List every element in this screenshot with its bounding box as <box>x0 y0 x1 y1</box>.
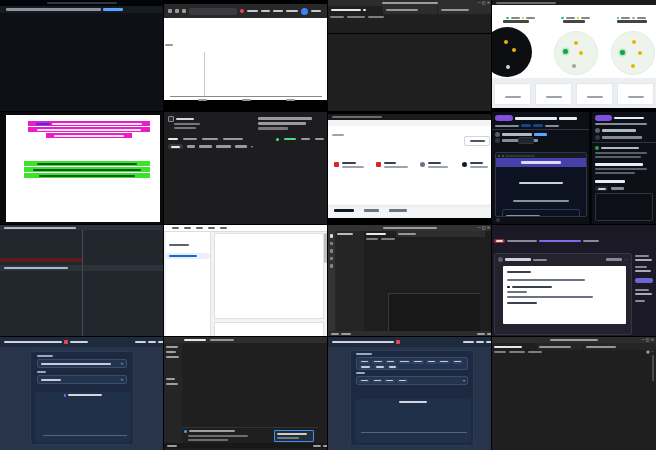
chip[interactable] <box>384 379 395 383</box>
sidebar-button[interactable] <box>635 278 653 283</box>
tab[interactable] <box>364 209 379 212</box>
minimap[interactable] <box>318 343 324 427</box>
student-dot[interactable] <box>638 51 642 55</box>
editor-actions-icon[interactable]: ▦ ⋯ <box>646 350 654 354</box>
editor-tab[interactable] <box>396 231 426 237</box>
files-icon[interactable] <box>330 234 334 238</box>
kebab-menu-icon[interactable]: ⋯ <box>624 257 628 262</box>
editor-tab-active[interactable] <box>364 231 396 237</box>
reaction-icon[interactable] <box>496 218 500 222</box>
link-list[interactable] <box>10 181 156 221</box>
student-dot-selected[interactable] <box>620 50 625 55</box>
file-tree[interactable] <box>335 238 364 330</box>
address-bar[interactable] <box>189 8 237 15</box>
nav-link[interactable] <box>247 10 258 13</box>
year-select[interactable]: ▾ <box>37 375 127 384</box>
editor-tab-active[interactable] <box>492 343 536 350</box>
tab-active[interactable] <box>334 209 354 212</box>
chip[interactable] <box>359 379 370 383</box>
breadcrumb[interactable] <box>332 134 344 136</box>
tab[interactable] <box>389 209 407 212</box>
chip[interactable] <box>426 360 437 364</box>
tab-label[interactable] <box>210 339 234 341</box>
avatar[interactable] <box>301 8 308 15</box>
avatar[interactable] <box>595 135 600 140</box>
student-dot[interactable] <box>506 65 510 69</box>
chart-type-select[interactable]: ▾ <box>37 359 127 368</box>
tab-body[interactable] <box>168 138 178 141</box>
editor-tab-active[interactable] <box>328 6 382 14</box>
multi-select[interactable] <box>356 357 468 370</box>
toolbar-icon[interactable] <box>172 227 179 229</box>
notification-box[interactable] <box>274 430 314 442</box>
reload-icon[interactable] <box>182 9 186 13</box>
branch-badge[interactable] <box>521 124 531 127</box>
tree-item[interactable] <box>166 356 179 358</box>
student-dot[interactable] <box>632 40 636 44</box>
status-item[interactable] <box>477 333 485 335</box>
preview-toggle[interactable] <box>199 145 212 148</box>
timestamp-link[interactable] <box>534 133 547 136</box>
year-multi-select[interactable]: ▾ <box>356 376 468 385</box>
embedded-screenshot[interactable] <box>495 152 587 217</box>
editor-tab[interactable] <box>437 6 492 14</box>
chevron-down-icon[interactable]: ▾ <box>251 144 253 149</box>
chip[interactable] <box>387 365 398 369</box>
window-controls-icon[interactable]: ─ ◱ ✕ <box>642 337 654 342</box>
raw-toggle[interactable] <box>187 145 195 148</box>
nav-link[interactable] <box>261 10 270 13</box>
nav-link[interactable] <box>273 10 283 13</box>
status-item[interactable] <box>167 445 177 447</box>
tab-cookies[interactable] <box>183 138 197 141</box>
tree-item[interactable] <box>166 351 176 353</box>
pretty-toggle[interactable] <box>168 144 183 149</box>
student-dot[interactable] <box>512 48 516 52</box>
chip[interactable] <box>397 379 408 383</box>
forward-icon[interactable] <box>175 9 179 13</box>
minimap[interactable] <box>644 355 651 449</box>
student-dot[interactable] <box>574 41 578 45</box>
nav-link[interactable] <box>311 10 321 13</box>
toolbar-icon[interactable] <box>208 227 215 229</box>
scrollbar[interactable] <box>324 233 327 263</box>
nav-link[interactable] <box>463 341 474 344</box>
avatar[interactable] <box>495 132 500 137</box>
student-dot-selected[interactable] <box>563 49 568 54</box>
scrollbar[interactable] <box>652 355 654 381</box>
branch-badge[interactable] <box>533 124 543 127</box>
write-tab[interactable] <box>595 186 608 191</box>
student-dot[interactable] <box>631 64 635 68</box>
search-icon[interactable] <box>330 242 334 246</box>
nav-link[interactable] <box>286 10 298 13</box>
comment-box[interactable] <box>595 193 653 221</box>
chip[interactable] <box>452 360 463 364</box>
chip[interactable] <box>438 360 450 364</box>
preview-tab[interactable] <box>611 187 624 190</box>
issue-meta-link[interactable] <box>539 240 581 242</box>
nav-link[interactable] <box>135 341 146 344</box>
editor-tab[interactable] <box>583 343 630 350</box>
breadcrumb[interactable] <box>494 350 542 354</box>
tree-item[interactable] <box>166 383 178 385</box>
tree-item[interactable] <box>166 346 178 348</box>
nav-link[interactable] <box>148 341 156 344</box>
avatar[interactable] <box>498 257 503 262</box>
chip[interactable] <box>385 360 396 364</box>
nav-link[interactable] <box>476 341 484 344</box>
status-item[interactable] <box>313 445 321 447</box>
status-item[interactable] <box>341 333 351 335</box>
toolbar-icon[interactable] <box>184 227 191 229</box>
test-checkbox-row[interactable] <box>168 116 194 122</box>
chip[interactable] <box>372 379 383 383</box>
chip[interactable] <box>374 365 386 369</box>
toolbar-icon[interactable] <box>220 227 227 229</box>
checkbox-icon[interactable] <box>168 116 174 122</box>
student-dot[interactable] <box>572 64 576 68</box>
avatar[interactable] <box>495 138 500 143</box>
mini-button[interactable] <box>518 137 534 144</box>
window-controls-icon[interactable]: ─ ◱ ✕ <box>478 0 490 5</box>
toolbar-icon[interactable] <box>196 227 203 229</box>
source-control-icon[interactable] <box>330 249 334 253</box>
chip[interactable] <box>398 360 411 364</box>
json-dropdown[interactable] <box>235 145 247 148</box>
